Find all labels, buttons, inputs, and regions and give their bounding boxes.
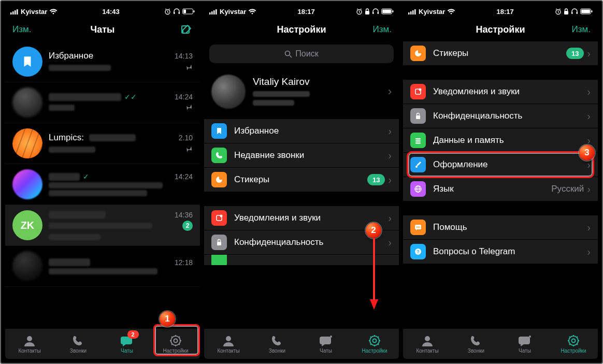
tab-contacts[interactable]: Контакты <box>204 329 253 359</box>
compose-button[interactable] <box>180 23 193 36</box>
row-help[interactable]: Помощь › <box>403 215 598 240</box>
svg-rect-1 <box>12 11 14 14</box>
tab-chats[interactable]: Чаты <box>500 329 549 359</box>
svg-rect-60 <box>571 12 573 14</box>
avatar: ZK <box>12 210 42 240</box>
tab-calls[interactable]: Звонки <box>452 329 500 359</box>
row-label: Уведомления и звуки <box>234 213 388 223</box>
svg-line-89 <box>569 337 570 338</box>
chevron-right-icon: › <box>388 174 392 185</box>
svg-point-34 <box>285 51 290 55</box>
page-title: Настройки <box>204 24 399 35</box>
chat-row[interactable]: ✓✓ 14:24 <box>5 82 200 123</box>
tab-label: Звонки <box>468 348 484 354</box>
row-appearance[interactable]: Оформление › <box>403 153 598 177</box>
svg-rect-23 <box>209 12 211 14</box>
edit-button[interactable]: Изм. <box>572 24 591 35</box>
tab-label: Настройки <box>362 348 387 354</box>
row-value: Русский <box>551 184 584 194</box>
svg-point-77 <box>418 227 419 228</box>
chat-row[interactable]: ✓ 14:24 <box>5 164 200 205</box>
svg-rect-2 <box>15 10 16 14</box>
svg-rect-55 <box>410 11 412 14</box>
headphones-icon <box>571 8 578 14</box>
svg-rect-9 <box>194 10 195 12</box>
row-label: Язык <box>433 184 551 194</box>
tab-settings[interactable]: Настройки <box>151 329 200 359</box>
row-label: Стикеры <box>234 174 367 185</box>
svg-line-90 <box>577 344 578 345</box>
svg-point-40 <box>330 336 332 338</box>
chats-badge: 2 <box>127 330 139 339</box>
chat-row-lumpics[interactable]: Lumpics: 2.10 <box>5 123 200 164</box>
chat-row-saved[interactable]: Избранное 14:13 <box>5 41 200 82</box>
brush-icon <box>410 157 426 172</box>
search-field[interactable]: Поиск <box>209 45 394 63</box>
tab-label: Чаты <box>121 348 133 354</box>
edit-button[interactable]: Изм. <box>12 24 31 35</box>
row-stickers[interactable]: Стикеры 13 › <box>204 168 399 192</box>
header: Изм. Чаты <box>5 18 200 41</box>
row-saved-messages[interactable]: Избранное › <box>204 119 399 143</box>
row-label: Стикеры <box>433 48 566 59</box>
tab-label: Чаты <box>320 348 332 354</box>
svg-point-39 <box>226 336 231 341</box>
edit-button[interactable]: Изм. <box>373 24 392 35</box>
tab-chats[interactable]: 2 Чаты <box>103 329 151 359</box>
row-faq[interactable]: ? Вопросы о Telegram › <box>403 240 598 264</box>
svg-point-76 <box>417 227 418 228</box>
avatar <box>12 169 42 199</box>
svg-rect-70 <box>415 142 421 144</box>
chevron-right-icon: › <box>587 86 591 97</box>
tab-calls[interactable]: Звонки <box>253 329 302 359</box>
tab-bar: Контакты Звонки 2 Чаты Настройки <box>5 328 200 359</box>
data-icon <box>410 133 426 148</box>
row-notifications[interactable]: Уведомления и звуки › <box>403 80 598 104</box>
svg-point-37 <box>220 215 223 217</box>
row-data-storage[interactable]: Данные и память › <box>403 128 598 153</box>
carrier-label: Kyivstar <box>419 8 445 16</box>
search-placeholder: Поиск <box>295 49 318 59</box>
tab-settings[interactable]: Настройки <box>350 329 399 359</box>
tab-contacts[interactable]: Контакты <box>5 329 54 359</box>
lock-icon <box>211 235 227 250</box>
svg-text:?: ? <box>417 249 420 254</box>
faq-icon: ? <box>410 244 426 259</box>
pin-icon <box>184 144 193 154</box>
row-label: Избранное <box>234 126 388 136</box>
row-privacy[interactable]: Конфиденциальность › <box>204 230 399 255</box>
tab-bar: Контакты Звонки Чаты Настройки <box>204 328 399 359</box>
chat-row[interactable]: 12:18 <box>5 246 200 287</box>
tab-contacts[interactable]: Контакты <box>403 329 452 359</box>
row-language[interactable]: Язык Русский › <box>403 177 598 201</box>
svg-rect-0 <box>10 12 12 14</box>
time-label: 18:17 <box>497 8 514 16</box>
chevron-right-icon: › <box>587 135 591 145</box>
screen-settings-2: Kyivstar 18:17 Настройки Изм. Стикеры 13 <box>403 5 598 359</box>
row-recent-calls[interactable]: Недавние звонки › <box>204 143 399 168</box>
tab-calls[interactable]: Звонки <box>54 329 103 359</box>
chevron-right-icon: › <box>587 184 591 194</box>
svg-point-66 <box>419 89 422 91</box>
svg-rect-25 <box>213 10 215 14</box>
row-label: Данные и память <box>433 135 587 145</box>
chat-row[interactable]: ZK 14:36 2 <box>5 205 200 246</box>
tab-label: Контакты <box>416 348 438 354</box>
svg-rect-6 <box>179 12 180 14</box>
alarm-icon <box>164 8 171 15</box>
bell-icon <box>410 84 426 99</box>
tab-chats[interactable]: Чаты <box>302 329 350 359</box>
avatar <box>12 88 42 118</box>
svg-rect-69 <box>415 140 421 142</box>
globe-icon <box>410 181 426 197</box>
tab-label: Звонки <box>70 348 87 354</box>
row-notifications[interactable]: Уведомления и звуки › <box>204 206 399 230</box>
row-stickers[interactable]: Стикеры 13 › <box>403 41 598 65</box>
profile-row[interactable]: Vitaliy Kairov › <box>204 68 399 119</box>
battery-icon <box>182 8 195 14</box>
tab-label: Настройки <box>163 348 188 354</box>
row-data-storage[interactable] <box>204 255 399 265</box>
row-privacy[interactable]: Конфиденциальность › <box>403 104 598 128</box>
tab-settings[interactable]: Настройки <box>549 329 598 359</box>
header: Настройки Изм. <box>403 18 598 41</box>
